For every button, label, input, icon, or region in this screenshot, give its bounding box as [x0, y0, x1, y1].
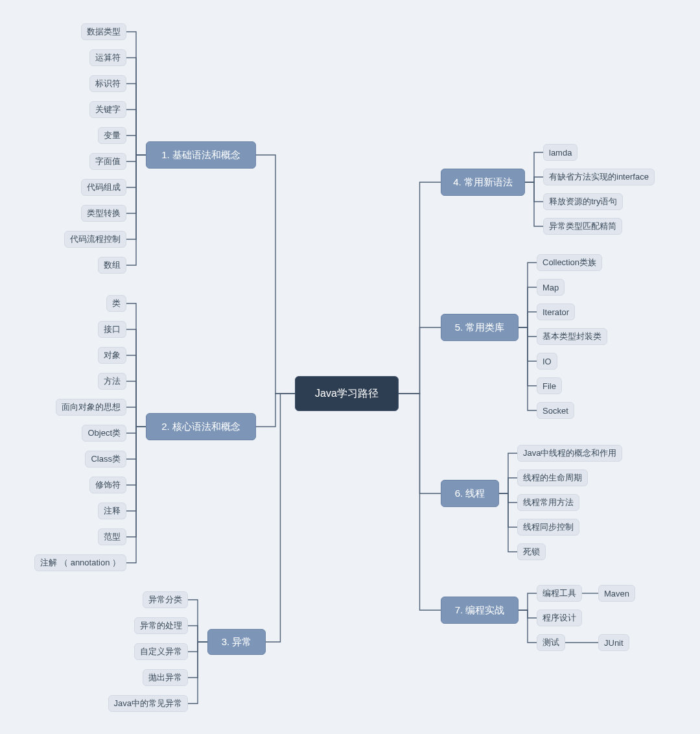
branch-b3[interactable]: 3. 异常 [207, 629, 266, 655]
leaf-b6-1[interactable]: 线程的生命周期 [517, 469, 588, 486]
leaf-b1-7[interactable]: 类型转换 [81, 205, 126, 222]
leaf-b6-0[interactable]: Java中线程的概念和作用 [517, 445, 622, 462]
leaf-b1-0[interactable]: 数据类型 [81, 23, 126, 40]
leaf-b2-7[interactable]: 修饰符 [89, 477, 126, 493]
leaf-b7-2[interactable]: 测试 [537, 634, 565, 651]
sub-b7-2[interactable]: JUnit [598, 634, 629, 651]
leaf-b2-8[interactable]: 注释 [98, 503, 126, 519]
leaf-b1-9[interactable]: 数组 [98, 257, 126, 274]
sub-b7-0[interactable]: Maven [598, 585, 635, 602]
leaf-b7-1[interactable]: 程序设计 [537, 610, 582, 626]
leaf-b5-3[interactable]: 基本类型封装类 [537, 328, 607, 345]
leaf-b5-2[interactable]: Iterator [537, 303, 575, 320]
leaf-b6-4[interactable]: 死锁 [517, 543, 546, 560]
leaf-b1-8[interactable]: 代码流程控制 [64, 231, 126, 248]
leaf-b1-4[interactable]: 变量 [98, 127, 126, 144]
leaf-b6-2[interactable]: 线程常用方法 [517, 494, 579, 511]
branch-b1[interactable]: 1. 基础语法和概念 [146, 141, 256, 169]
leaf-b5-0[interactable]: Collection类族 [537, 254, 602, 271]
leaf-b2-3[interactable]: 方法 [98, 373, 126, 390]
leaf-b1-3[interactable]: 关键字 [89, 101, 126, 118]
leaf-b1-2[interactable]: 标识符 [89, 75, 126, 92]
branch-b2[interactable]: 2. 核心语法和概念 [146, 413, 256, 440]
leaf-b4-1[interactable]: 有缺省方法实现的interface [543, 169, 655, 185]
branch-b4[interactable]: 4. 常用新语法 [441, 169, 525, 196]
leaf-b5-6[interactable]: Socket [537, 402, 574, 419]
leaf-b4-2[interactable]: 释放资源的try语句 [543, 193, 623, 210]
leaf-b1-5[interactable]: 字面值 [89, 153, 126, 170]
leaf-b7-0[interactable]: 编程工具 [537, 585, 582, 602]
leaf-b2-4[interactable]: 面向对象的思想 [56, 399, 126, 416]
leaf-b4-3[interactable]: 异常类型匹配精简 [543, 218, 622, 235]
leaf-b2-6[interactable]: Class类 [85, 451, 126, 468]
leaf-b5-4[interactable]: IO [537, 353, 557, 370]
leaf-b2-0[interactable]: 类 [106, 295, 126, 312]
leaf-b3-2[interactable]: 自定义异常 [134, 643, 188, 660]
leaf-b5-5[interactable]: File [537, 377, 562, 394]
leaf-b6-3[interactable]: 线程同步控制 [517, 519, 579, 536]
branch-b7[interactable]: 7. 编程实战 [441, 597, 519, 624]
leaf-b2-1[interactable]: 接口 [98, 321, 126, 338]
leaf-b1-6[interactable]: 代码组成 [81, 179, 126, 196]
central-node[interactable]: Java学习路径 [295, 376, 399, 411]
branch-b5[interactable]: 5. 常用类库 [441, 314, 519, 341]
leaf-b2-10[interactable]: 注解 （ annotation ） [34, 554, 126, 571]
leaf-b3-4[interactable]: Java中的常见异常 [108, 695, 188, 712]
leaf-b2-2[interactable]: 对象 [98, 347, 126, 364]
branch-b6[interactable]: 6. 线程 [441, 480, 499, 507]
leaf-b2-5[interactable]: Object类 [82, 425, 126, 442]
leaf-b3-1[interactable]: 异常的处理 [134, 617, 188, 634]
leaf-b1-1[interactable]: 运算符 [89, 49, 126, 66]
leaf-b4-0[interactable]: lamda [543, 144, 578, 161]
leaf-b5-1[interactable]: Map [537, 279, 565, 296]
leaf-b3-3[interactable]: 抛出异常 [143, 669, 188, 686]
leaf-b3-0[interactable]: 异常分类 [143, 591, 188, 608]
leaf-b2-9[interactable]: 范型 [98, 528, 126, 545]
